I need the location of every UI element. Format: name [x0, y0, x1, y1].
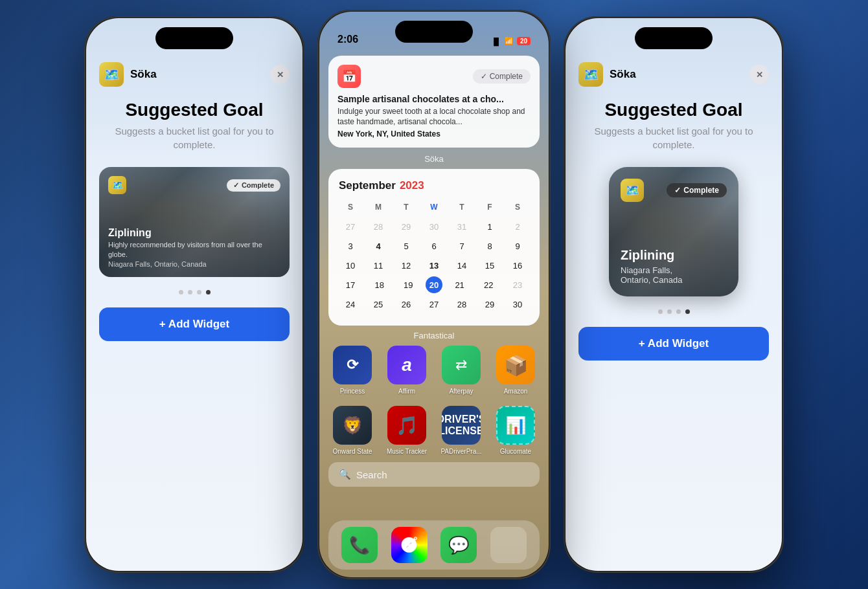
cal-day-30p[interactable]: 30: [422, 218, 446, 235]
app-item-music[interactable]: 🎵 Music Tracker: [383, 406, 431, 456]
cal-header-t1: T: [394, 199, 418, 216]
soka-complete-badge[interactable]: ✓ Complete: [473, 69, 531, 83]
app-name-left: Söka: [130, 68, 157, 81]
cal-header-m: M: [367, 199, 390, 216]
soka-widget[interactable]: 📅 ✓ Complete Sample artisanal chocolates…: [328, 56, 540, 148]
widget-subtitle-left: Suggests a bucket list goal for you to c…: [99, 124, 290, 151]
app-item-afterpay[interactable]: ⇄ Afterpay: [437, 346, 485, 395]
cal-row-5: 24 25 26 27 28 29 30: [339, 296, 529, 313]
dock-safari-icon[interactable]: 🧭: [391, 527, 428, 563]
app-item-princess[interactable]: ⟳ Princess: [328, 346, 376, 395]
zoomed-complete-badge[interactable]: ✓ Complete: [667, 183, 727, 197]
cal-day-27p[interactable]: 27: [339, 218, 362, 235]
cal-day-14[interactable]: 14: [450, 257, 474, 274]
dock: 📞 🧭 💬: [328, 520, 540, 570]
cal-day-25[interactable]: 25: [367, 296, 390, 313]
cal-day-19[interactable]: 19: [396, 276, 420, 293]
onward-icon[interactable]: 🦁: [333, 406, 372, 445]
status-time: 2:06: [337, 34, 358, 45]
widget-title-left: Suggested Goal: [125, 100, 263, 120]
affirm-icon[interactable]: a: [387, 346, 426, 384]
dock-phone-icon[interactable]: 📞: [341, 527, 378, 563]
glucomate-icon[interactable]: 📊: [496, 406, 535, 445]
cal-row-1: 27 28 29 30 31 1 2: [339, 218, 529, 235]
cal-day-4[interactable]: 4: [367, 238, 390, 254]
cal-day-24[interactable]: 24: [339, 296, 362, 313]
cal-header-w: W: [422, 199, 446, 216]
cal-day-28[interactable]: 28: [450, 296, 474, 313]
widget-subtitle-right: Suggests a bucket list goal for you to c…: [578, 124, 769, 151]
music-icon[interactable]: 🎵: [387, 406, 426, 445]
dynamic-island-left: [155, 27, 233, 49]
cal-day-22[interactable]: 22: [477, 276, 500, 293]
zoomed-widget-container: 🗺️ ✓ Complete Ziplining: [578, 167, 769, 296]
pa-icon[interactable]: DRIVER'S LICENSE: [442, 406, 481, 445]
app-item-onward[interactable]: 🦁 Onward State: [328, 406, 376, 456]
onward-label: Onward State: [332, 448, 372, 456]
close-button-left[interactable]: ✕: [270, 65, 290, 84]
complete-badge-left[interactable]: ✓ Complete: [227, 179, 280, 192]
soka-widget-label: Söka: [328, 154, 540, 164]
afterpay-label: Afterpay: [449, 388, 473, 395]
cal-day-3[interactable]: 3: [339, 238, 362, 254]
cal-day-6[interactable]: 6: [422, 238, 446, 254]
close-button-right[interactable]: ✕: [749, 65, 769, 84]
cal-day-20-today[interactable]: 20: [426, 276, 442, 293]
page-dots-right: [658, 309, 690, 314]
soka-activity-desc: Indulge your sweet tooth at a local choc…: [337, 107, 531, 127]
cal-day-30[interactable]: 30: [506, 296, 529, 313]
cal-day-31p[interactable]: 31: [450, 218, 474, 235]
search-bar[interactable]: 🔍 Search: [328, 462, 540, 487]
cal-day-10[interactable]: 10: [339, 257, 362, 274]
calendar-header: September 2023: [339, 179, 529, 192]
cal-day-29[interactable]: 29: [478, 296, 501, 313]
widget-title-right: Suggested Goal: [604, 100, 742, 120]
app-item-pa[interactable]: DRIVER'S LICENSE PADriverPra...: [437, 406, 485, 456]
cal-day-7[interactable]: 7: [450, 238, 474, 254]
dock-messages-icon[interactable]: 💬: [440, 527, 477, 563]
cal-day-12[interactable]: 12: [394, 257, 418, 274]
cal-day-1[interactable]: 1: [478, 218, 501, 235]
dock-folder-icon[interactable]: [490, 527, 527, 563]
princess-icon[interactable]: ⟳: [333, 346, 372, 384]
amazon-icon[interactable]: 📦: [496, 346, 535, 384]
cal-day-26[interactable]: 26: [394, 296, 418, 313]
cal-row-3: 10 11 12 13 14 15 16: [339, 257, 529, 274]
cal-day-9[interactable]: 9: [506, 238, 529, 254]
cal-day-17[interactable]: 17: [339, 276, 362, 293]
cal-day-21[interactable]: 21: [448, 276, 472, 293]
zoomed-widget[interactable]: 🗺️ ✓ Complete Ziplining: [609, 167, 738, 296]
pa-label: PADriverPra...: [440, 448, 481, 456]
app-item-amazon[interactable]: 📦 Amazon: [492, 346, 540, 395]
fantastical-label: Fantastical: [328, 331, 540, 340]
cal-day-29p[interactable]: 29: [394, 218, 418, 235]
editor-header-right: 🗺️ Söka ✕: [578, 62, 769, 87]
right-phone-screen: 🗺️ Söka ✕ Suggested Goal Suggests a buck…: [565, 18, 782, 571]
cal-day-2[interactable]: 2: [506, 218, 529, 235]
cal-day-27[interactable]: 27: [422, 296, 446, 313]
dot-r2: [667, 309, 672, 314]
right-phone: 🗺️ Söka ✕ Suggested Goal Suggests a buck…: [564, 16, 784, 573]
widget-editor-left: 🗺️ Söka ✕ Suggested Goal Suggests a buck…: [86, 56, 303, 571]
cal-day-13[interactable]: 13: [422, 257, 446, 274]
cal-day-8[interactable]: 8: [478, 238, 501, 254]
cal-day-16[interactable]: 16: [506, 257, 529, 274]
cal-day-11[interactable]: 11: [367, 257, 390, 274]
calendar-widget[interactable]: September 2023 S M T W T F: [328, 169, 540, 326]
cal-header-f: F: [478, 199, 501, 216]
app-grid: ⟳ Princess a Affirm ⇄: [319, 346, 549, 456]
cal-day-18[interactable]: 18: [368, 276, 391, 293]
cal-day-15[interactable]: 15: [478, 257, 501, 274]
widgets-area: 📅 ✓ Complete Sample artisanal chocolates…: [319, 49, 549, 340]
cal-day-5[interactable]: 5: [394, 238, 418, 254]
center-phone: 2:06 ▐▌ 📶 20 📅: [317, 10, 551, 579]
add-widget-button-right[interactable]: + Add Widget: [578, 327, 769, 361]
afterpay-icon[interactable]: ⇄: [442, 346, 481, 384]
cal-day-23[interactable]: 23: [506, 276, 529, 293]
scene: 🗺️ Söka ✕ Suggested Goal Suggests a buck…: [0, 0, 868, 589]
add-widget-button-left[interactable]: + Add Widget: [99, 307, 290, 341]
app-item-glucomate[interactable]: 📊 Glucomate: [492, 406, 540, 456]
app-item-affirm[interactable]: a Affirm: [383, 346, 431, 395]
cal-day-28p[interactable]: 28: [367, 218, 390, 235]
widget-content-left: 🗺️ ✓ Complete Ziplining Highly recommend…: [99, 167, 290, 277]
